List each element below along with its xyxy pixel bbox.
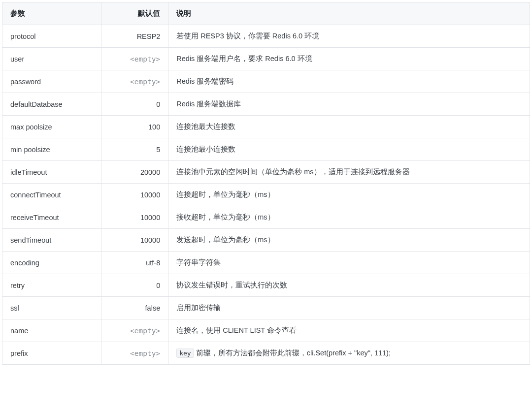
cell-desc: 连接池最小连接数 (168, 138, 530, 161)
table-row: min poolsize5连接池最小连接数 (2, 138, 530, 161)
cell-desc: 若使用 RESP3 协议，你需要 Redis 6.0 环境 (168, 25, 530, 48)
cell-desc: Redis 服务端用户名，要求 Redis 6.0 环境 (168, 48, 530, 70)
cell-param: password (2, 70, 101, 93)
cell-default: 10000 (101, 229, 168, 252)
table-row: password<empty>Redis 服务端密码 (2, 70, 530, 93)
empty-token: <empty> (130, 349, 160, 357)
cell-default: 5 (101, 138, 168, 161)
cell-param: name (2, 319, 101, 342)
table-row: prefix<empty>key 前辍，所有方法都会附带此前辍，cli.Set(… (2, 342, 530, 365)
cell-default: 10000 (101, 206, 168, 229)
table-row: idleTimeout20000连接池中元素的空闲时间（单位为毫秒 ms），适用… (2, 161, 530, 184)
table-row: sendTimeout10000发送超时，单位为毫秒（ms） (2, 229, 530, 252)
cell-param: encoding (2, 252, 101, 274)
table-row: defaultDatabase0Redis 服务端数据库 (2, 93, 530, 116)
cell-desc: 连接池最大连接数 (168, 116, 530, 138)
cell-desc: 接收超时，单位为毫秒（ms） (168, 206, 530, 229)
inline-code: key (176, 348, 194, 358)
table-row: retry0协议发生错误时，重试执行的次数 (2, 274, 530, 297)
empty-token: <empty> (130, 78, 160, 86)
cell-desc: 连接池中元素的空闲时间（单位为毫秒 ms），适用于连接到远程服务器 (168, 161, 530, 184)
cell-default: 100 (101, 116, 168, 138)
cell-desc: 连接名，使用 CLIENT LIST 命令查看 (168, 319, 530, 342)
cell-desc: 启用加密传输 (168, 297, 530, 319)
cell-desc: key 前辍，所有方法都会附带此前辍，cli.Set(prefix + "key… (168, 342, 530, 365)
col-header-desc: 说明 (168, 2, 530, 25)
cell-param: idleTimeout (2, 161, 101, 184)
table-row: connectTimeout10000连接超时，单位为毫秒（ms） (2, 184, 530, 206)
cell-param: protocol (2, 25, 101, 48)
empty-token: <empty> (130, 327, 160, 335)
cell-default: 20000 (101, 161, 168, 184)
cell-default: utf-8 (101, 252, 168, 274)
cell-param: receiveTimeout (2, 206, 101, 229)
cell-default: RESP2 (101, 25, 168, 48)
cell-param: retry (2, 274, 101, 297)
table-row: protocolRESP2若使用 RESP3 协议，你需要 Redis 6.0 … (2, 25, 530, 48)
table-row: max poolsize100连接池最大连接数 (2, 116, 530, 138)
cell-param: min poolsize (2, 138, 101, 161)
cell-default: <empty> (101, 70, 168, 93)
cell-default: <empty> (101, 342, 168, 365)
cell-param: connectTimeout (2, 184, 101, 206)
cell-param: user (2, 48, 101, 70)
cell-desc: 发送超时，单位为毫秒（ms） (168, 229, 530, 252)
cell-param: max poolsize (2, 116, 101, 138)
empty-token: <empty> (130, 55, 160, 63)
cell-desc: 字符串字符集 (168, 252, 530, 274)
cell-param: ssl (2, 297, 101, 319)
cell-param: prefix (2, 342, 101, 365)
cell-default: 0 (101, 274, 168, 297)
table-row: name<empty>连接名，使用 CLIENT LIST 命令查看 (2, 319, 530, 342)
cell-desc: 协议发生错误时，重试执行的次数 (168, 274, 530, 297)
table-row: encodingutf-8字符串字符集 (2, 252, 530, 274)
desc-text: 前辍，所有方法都会附带此前辍，cli.Set(prefix + "key", 1… (194, 349, 391, 357)
cell-param: sendTimeout (2, 229, 101, 252)
parameters-table: 参数 默认值 说明 protocolRESP2若使用 RESP3 协议，你需要 … (2, 2, 530, 365)
cell-desc: 连接超时，单位为毫秒（ms） (168, 184, 530, 206)
cell-default: 0 (101, 93, 168, 116)
col-header-default: 默认值 (101, 2, 168, 25)
cell-default: <empty> (101, 48, 168, 70)
table-row: user<empty>Redis 服务端用户名，要求 Redis 6.0 环境 (2, 48, 530, 70)
col-header-param: 参数 (2, 2, 101, 25)
cell-default: false (101, 297, 168, 319)
cell-param: defaultDatabase (2, 93, 101, 116)
table-row: receiveTimeout10000接收超时，单位为毫秒（ms） (2, 206, 530, 229)
cell-desc: Redis 服务端密码 (168, 70, 530, 93)
cell-default: 10000 (101, 184, 168, 206)
cell-desc: Redis 服务端数据库 (168, 93, 530, 116)
table-row: sslfalse启用加密传输 (2, 297, 530, 319)
cell-default: <empty> (101, 319, 168, 342)
